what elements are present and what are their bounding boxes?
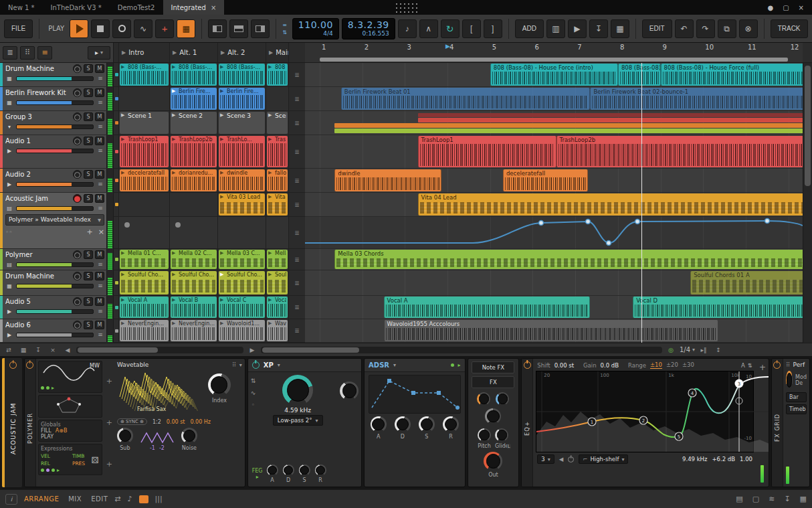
wavetable-menu-icon[interactable]: ⠿ <box>232 361 237 368</box>
track-list-view-icon[interactable]: ≣ <box>3 46 17 60</box>
launcher-clip[interactable]: ▶Scene 1 <box>120 112 169 134</box>
lfo-octave-value[interactable]: -2 <box>159 445 165 451</box>
clip-slot[interactable]: ▶808 ( <box>266 63 289 86</box>
arranger-clip[interactable]: TrashLoop2b <box>556 136 803 167</box>
record-button[interactable] <box>112 19 131 38</box>
chevron-down-icon[interactable]: ▾ <box>393 362 396 368</box>
scrollbar-thumb[interactable] <box>805 66 811 186</box>
record-arm-button[interactable] <box>73 64 82 73</box>
clip-slot[interactable]: ▶Wavoloid1... <box>218 319 266 342</box>
flip-icon[interactable]: ⇅ <box>748 362 752 369</box>
track-menu-icon[interactable]: ≡ <box>96 261 104 268</box>
feg-knob-d[interactable] <box>283 464 294 476</box>
mod-output-dot[interactable] <box>451 363 454 367</box>
zoom-vertical-icon[interactable]: ↕ <box>712 345 724 355</box>
track-header[interactable]: Audio 2SM▶≡ <box>0 169 113 193</box>
automation-stop-dot[interactable] <box>124 222 130 228</box>
filter-power-icon[interactable] <box>252 361 260 369</box>
add-instrument-icon-button[interactable]: ▥ <box>546 19 565 38</box>
clip-stop-button[interactable]: ≣ <box>289 63 305 86</box>
launcher-clip[interactable]: ▶dorianredu... <box>171 169 217 191</box>
solo-button[interactable]: S <box>84 250 93 259</box>
mute-button[interactable]: M <box>95 137 104 145</box>
fx-tab[interactable]: FX <box>472 376 514 388</box>
wavetable-name[interactable]: Farfisa Sax <box>137 406 166 412</box>
follow-playhead-button[interactable]: ∧ <box>419 19 438 38</box>
eq-power-icon[interactable] <box>524 361 531 369</box>
clip-play-icon[interactable]: ▶ <box>220 170 223 175</box>
record-arm-button[interactable] <box>73 321 82 329</box>
track-header[interactable]: Audio 1SM▶≡ <box>0 135 113 169</box>
clip-stop-button[interactable]: ≣ <box>289 135 305 168</box>
clip-slot[interactable] <box>119 87 170 110</box>
overdub-button[interactable]: + <box>155 19 174 38</box>
automation-slot[interactable] <box>218 217 266 248</box>
launcher-clip[interactable]: ▶dwindle <box>219 169 265 191</box>
expression-knob[interactable] <box>496 392 509 406</box>
track-power-icon[interactable] <box>9 361 17 369</box>
feg-knob-a[interactable] <box>267 464 278 476</box>
out-knob[interactable] <box>484 452 502 471</box>
clip-play-icon[interactable]: ▶ <box>268 137 272 142</box>
ab-blend-toggle[interactable]: A⊕B <box>56 428 68 434</box>
track-menu-icon[interactable]: ≡ <box>96 331 104 338</box>
status-dot-icon[interactable]: ● <box>767 4 773 11</box>
view-button-edit[interactable]: EDIT <box>91 495 108 503</box>
spread-knob[interactable] <box>485 408 501 424</box>
volume-fader[interactable] <box>16 333 94 337</box>
add-module-button[interactable]: + <box>106 377 112 386</box>
solo-band-icon[interactable]: A <box>741 362 745 369</box>
clip-play-icon[interactable]: ▶ <box>220 321 223 326</box>
clip-slot[interactable]: ▶Mella <box>266 249 289 270</box>
chevron-down-icon[interactable]: ▾ <box>239 362 242 368</box>
solo-button[interactable]: S <box>84 321 93 329</box>
volume-fader[interactable] <box>16 284 94 288</box>
track-menu-icon[interactable]: ≡ <box>96 123 104 130</box>
sub-knob[interactable] <box>117 428 133 444</box>
mute-button[interactable]: M <box>95 250 104 259</box>
arranger-clip[interactable]: Berlin Firework Beat 02-bounce-1 <box>590 88 803 110</box>
osc-mode-badge[interactable]: MW <box>90 363 100 369</box>
record-arm-button[interactable] <box>73 250 82 259</box>
noise-knob[interactable] <box>181 428 197 444</box>
lfo-octave-value[interactable]: -1 <box>150 445 155 451</box>
clip-play-icon[interactable]: ▶ <box>121 64 124 70</box>
close-icon[interactable]: × <box>799 4 804 11</box>
vertical-scrollbar[interactable] <box>803 63 812 343</box>
undo-button[interactable]: ↶ <box>675 19 694 38</box>
clip-play-icon[interactable]: ▶ <box>220 297 223 303</box>
track-header[interactable]: Acoustic JamSM▤≡Polymer » Wavetable Inde… <box>0 193 113 249</box>
clip-play-icon[interactable]: ▶ <box>268 112 272 118</box>
clip-slot[interactable]: ▶Berlin Fire... <box>170 87 218 110</box>
envelope-display[interactable] <box>369 375 460 414</box>
scene-play-icon[interactable]: ▶ <box>221 50 225 56</box>
punch-in-button[interactable]: [ <box>462 19 481 38</box>
track-header[interactable]: Drum MachineSM▦≡ <box>0 270 113 296</box>
track-menu-icon[interactable]: ≡ <box>96 205 104 211</box>
note-io-icon[interactable]: ♪ <box>127 495 132 503</box>
note-fx-tab[interactable]: Note FX <box>472 361 514 373</box>
clip-slot[interactable]: ▶Soulful Cho... <box>119 270 170 295</box>
launcher-clip[interactable]: ▶Vocal C <box>219 297 265 318</box>
clip-stop-button[interactable]: ≣ <box>289 111 305 135</box>
fx-grid-module[interactable]: Bar <box>786 392 807 402</box>
range-option[interactable]: ±20 <box>666 361 678 369</box>
clip-launcher-toggle-icon[interactable] <box>139 495 148 503</box>
dual-display-icon[interactable]: ▤ <box>736 495 742 503</box>
layout-split-button[interactable] <box>229 19 248 38</box>
redo-button[interactable]: ↷ <box>696 19 715 38</box>
swap-columns-icon[interactable]: ⇄ <box>3 345 15 355</box>
launcher-clip[interactable]: ▶Tras <box>267 136 288 167</box>
track-menu-icon[interactable]: ≡ <box>96 75 104 82</box>
clip-play-icon[interactable]: ▶ <box>172 321 175 326</box>
expressions-section[interactable]: Expressions VELTIMBRELPRES ⚄ ▸ <box>38 444 102 475</box>
clip-slot[interactable]: ▶Soulful Cho... <box>218 270 266 295</box>
scene-header[interactable]: ▶Alt. 1 <box>170 43 218 62</box>
record-arm-button[interactable] <box>73 170 82 179</box>
volume-fader[interactable] <box>16 149 94 153</box>
launcher-clip[interactable]: ▶Soulf <box>267 271 288 294</box>
punch-out-button[interactable]: ] <box>484 19 502 38</box>
clip-slot[interactable]: ▶dwindle <box>218 169 266 192</box>
solo-button[interactable]: S <box>84 112 93 121</box>
device-notefx-section[interactable]: Note FX FX Pitch GlideL Out <box>468 358 520 487</box>
